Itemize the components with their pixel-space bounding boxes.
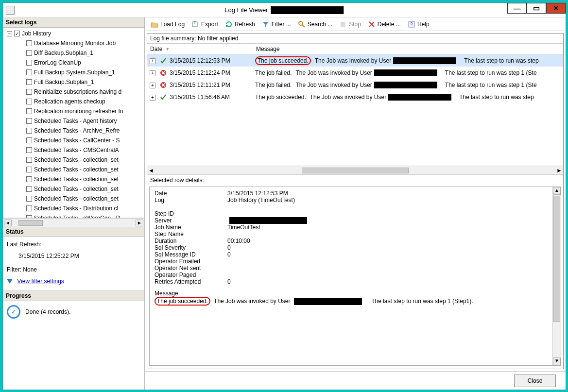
close-button[interactable]: Close (514, 375, 556, 387)
details-msg-part3: The last step to run was step 1 (Step1). (371, 298, 473, 305)
footer: Close (145, 371, 566, 390)
tree-item[interactable]: Scheduled Tasks - CMSCentralA (7, 145, 144, 155)
tree-item[interactable]: Scheduled Tasks - collection_set (7, 194, 144, 204)
minimize-button[interactable]: — (507, 3, 527, 14)
tree-item[interactable]: Scheduled Tasks - Agent history (7, 116, 144, 126)
refresh-button[interactable]: Refresh (222, 19, 258, 30)
scroll-thumb[interactable] (302, 168, 409, 173)
scroll-right-icon[interactable]: ► (556, 167, 562, 174)
header-date[interactable]: Date ▼ (147, 44, 253, 54)
stop-icon (339, 20, 347, 28)
scroll-left-icon[interactable]: ◄ (148, 167, 154, 174)
tree-item[interactable]: Scheduled Tasks - Archive_Refre (7, 126, 144, 136)
loadlog-button[interactable]: Load Log (148, 19, 188, 30)
checkbox[interactable] (26, 128, 32, 134)
checkbox[interactable] (26, 89, 32, 95)
logs-tree[interactable]: − Job History Database Mirroring Monitor… (3, 28, 144, 218)
details-msg-succeeded: The job succeeded. (155, 297, 210, 306)
tree-hscroll[interactable]: ◄ ► (3, 218, 144, 227)
expand-icon[interactable]: + (150, 83, 155, 88)
checkbox[interactable] (26, 137, 32, 143)
checkbox[interactable] (26, 99, 32, 104)
window-close-button[interactable]: ✕ (546, 3, 566, 14)
checkbox[interactable] (26, 176, 32, 182)
tree-item[interactable]: Scheduled Tasks - collection_set (7, 184, 144, 194)
checkbox[interactable] (26, 205, 32, 211)
checkbox[interactable] (26, 157, 32, 163)
expand-icon[interactable]: + (150, 58, 155, 64)
export-button[interactable]: Export (189, 19, 221, 30)
expand-icon[interactable]: + (150, 70, 155, 76)
progress-text: Done (4 records). (25, 308, 70, 315)
tree-item[interactable]: ErrorLog CleanUp (7, 58, 144, 68)
tree-item[interactable]: Reinitialize subscriptions having d (7, 87, 144, 97)
help-button[interactable]: ? Help (405, 19, 432, 30)
expand-icon[interactable]: + (150, 95, 155, 101)
row-msg-status: The job failed. (255, 82, 292, 88)
tree-item[interactable]: Full Backup.Subplan_1 (7, 77, 144, 87)
checkbox[interactable] (26, 147, 32, 153)
tree-item[interactable]: Scheduled Tasks - collection_set (7, 155, 144, 165)
tree-item[interactable]: Replication monitoring refresher fo (7, 106, 144, 116)
right-pane: Load Log Export Refresh Filter ... Searc… (145, 17, 566, 390)
tree-item[interactable]: Database Mirroring Monitor Job (7, 38, 144, 48)
scroll-thumb[interactable] (18, 220, 43, 226)
refresh-icon (225, 20, 233, 28)
tree-item[interactable]: Scheduled Tasks - eWareCen - D (7, 213, 144, 218)
checkbox[interactable] (26, 118, 32, 124)
tree-item[interactable]: Replication agents checkup (7, 97, 144, 106)
search-button[interactable]: Search ... (295, 19, 335, 30)
tree-item[interactable]: Diff Backup.Subplan_1 (7, 48, 144, 58)
tree-root-item[interactable]: − Job History (7, 29, 144, 38)
checkbox[interactable] (26, 79, 32, 85)
scroll-thumb[interactable] (553, 196, 560, 322)
stop-button[interactable]: Stop (336, 19, 364, 30)
tree-item[interactable]: Scheduled Tasks - Distribution cl (7, 204, 144, 213)
toolbar: Load Log Export Refresh Filter ... Searc… (145, 17, 566, 31)
tree-item[interactable]: Scheduled Tasks - collection_set (7, 165, 144, 174)
status-box: Last Refresh: 3/15/2015 12:25:22 PM Filt… (3, 237, 144, 291)
checkbox[interactable] (26, 108, 32, 114)
scroll-up-icon[interactable]: ▲ (553, 187, 561, 195)
scroll-left-icon[interactable]: ◄ (4, 220, 12, 226)
table-row[interactable]: +3/15/2015 11:56:46 AMThe job succeeded.… (147, 91, 563, 103)
filter-button[interactable]: Filter ... (259, 19, 294, 30)
detail-row: Step Name (155, 231, 556, 238)
table-row[interactable]: +3/15/2015 12:12:53 PMThe job succeeded.… (147, 54, 563, 67)
checkbox[interactable] (26, 167, 32, 172)
row-redacted (393, 57, 456, 64)
delete-label: Delete ... (378, 21, 401, 28)
detail-label: Operator Paged (155, 272, 227, 278)
detail-label: Server (155, 217, 227, 224)
log-grid: Date ▼ Message +3/15/2015 12:12:53 PMThe… (147, 44, 563, 175)
checkbox[interactable] (26, 60, 32, 66)
checkbox[interactable] (26, 50, 32, 56)
collapse-icon[interactable]: − (7, 31, 12, 36)
table-row[interactable]: +3/15/2015 12:11:21 PMThe job failed.The… (147, 79, 563, 91)
tree-item-label: Replication monitoring refresher fo (34, 108, 123, 115)
tree-item-label: Scheduled Tasks - Distribution cl (34, 205, 118, 212)
table-row[interactable]: +3/15/2015 12:12:24 PMThe job failed.The… (147, 67, 563, 79)
delete-button[interactable]: Delete ... (365, 19, 404, 30)
checkbox[interactable] (26, 196, 32, 202)
scroll-down-icon[interactable]: ▼ (553, 358, 561, 365)
checkbox[interactable] (26, 40, 32, 46)
detail-label: Job Name (155, 224, 227, 231)
details-vscroll[interactable]: ▲ ▼ (552, 187, 561, 365)
error-icon (158, 82, 168, 88)
scroll-right-icon[interactable]: ► (136, 220, 143, 226)
header-message[interactable]: Message (253, 44, 563, 54)
maximize-button[interactable]: ▭ (527, 3, 546, 14)
detail-label: Step Name (155, 231, 227, 238)
tree-item[interactable]: Scheduled Tasks - collection_set (7, 174, 144, 184)
view-filter-link[interactable]: View filter settings (17, 278, 64, 285)
tree-item[interactable]: Full Backup System.Subplan_1 (7, 68, 144, 77)
checkbox[interactable] (26, 186, 32, 192)
checkbox-checked[interactable] (14, 31, 20, 36)
tree-item[interactable]: Scheduled Tasks - CallCenter - S (7, 136, 144, 145)
grid-hscroll[interactable]: ◄ ► (147, 166, 563, 174)
tree-item-label: Replication agents checkup (34, 98, 105, 105)
details-box[interactable]: Date3/15/2015 12:12:53 PMLogJob History … (149, 187, 561, 366)
checkbox[interactable] (26, 69, 32, 75)
left-pane: Select logs − Job History Database Mirro… (3, 17, 145, 390)
